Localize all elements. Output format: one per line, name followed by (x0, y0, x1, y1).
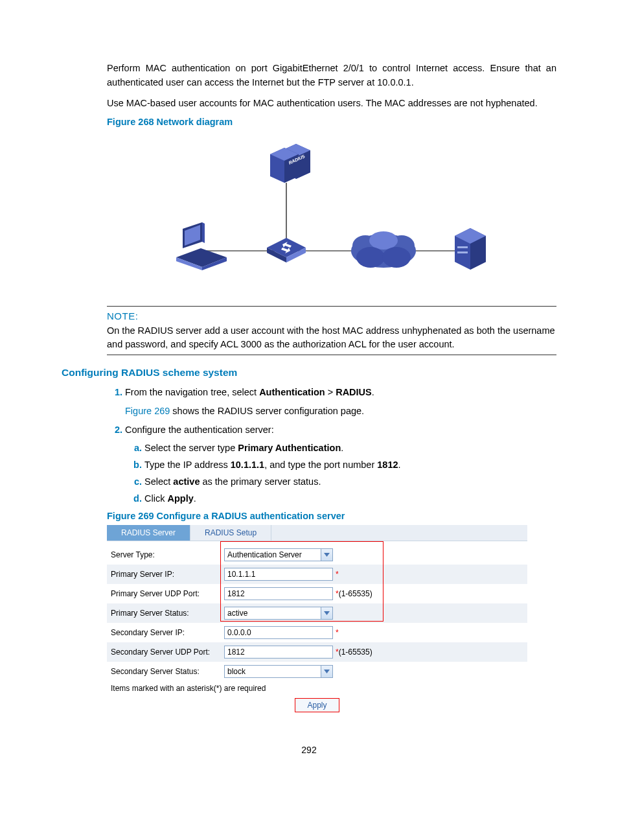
subsection-heading: Configuring RADIUS scheme system (62, 367, 556, 379)
select-server-type[interactable]: Authentication Server (224, 548, 333, 561)
label-primary-ip: Primary Server IP: (111, 570, 224, 579)
chevron-down-icon (321, 549, 332, 561)
label-primary-port: Primary Server UDP Port: (111, 589, 224, 598)
label-secondary-status: Secondary Server Status: (111, 667, 224, 676)
row-secondary-status: Secondary Server Status: block (107, 662, 527, 681)
select-primary-status[interactable]: active (224, 607, 333, 620)
svg-marker-16 (202, 222, 205, 243)
note-text: On the RADIUS server add a user account … (107, 324, 556, 351)
svg-marker-36 (324, 670, 330, 673)
step-2: Configure the authentication server: Sel… (125, 423, 556, 506)
step-1: From the navigation tree, select Authent… (125, 385, 556, 419)
label-secondary-ip: Secondary Server IP: (111, 628, 224, 637)
radius-server-icon: RADIUS (270, 144, 310, 183)
svg-rect-33 (457, 251, 468, 253)
internet-cloud-icon (351, 231, 416, 268)
select-secondary-status[interactable]: block (224, 665, 333, 678)
input-secondary-ip[interactable] (224, 626, 333, 639)
switch-icon: SWITCH (267, 238, 306, 267)
row-secondary-port: Secondary Server UDP Port: *(1-65535) (107, 642, 527, 662)
step-2d: Click Apply. (144, 492, 556, 506)
row-server-type: Server Type: Authentication Server (107, 545, 527, 565)
svg-point-28 (382, 247, 411, 268)
host-pc-icon (176, 222, 227, 270)
label-primary-status: Primary Server Status: (111, 609, 224, 618)
figure-caption: Figure 268 Network diagram (107, 117, 556, 127)
label-secondary-port: Secondary Server UDP Port: (111, 648, 224, 657)
tab-radius-server[interactable]: RADIUS Server (107, 525, 190, 541)
network-diagram: RADIUS (107, 131, 556, 299)
step-2b: Type the IP address 10.1.1.1, and type t… (144, 458, 556, 472)
svg-marker-34 (324, 553, 330, 557)
note-box: NOTE: On the RADIUS server add a user ac… (107, 306, 556, 355)
input-secondary-port[interactable] (224, 646, 333, 659)
paragraph: Use MAC-based user accounts for MAC auth… (107, 97, 556, 111)
svg-point-27 (356, 247, 385, 268)
page-number: 292 (62, 745, 556, 755)
svg-marker-35 (324, 611, 330, 615)
input-primary-port[interactable] (224, 587, 333, 600)
note-heading: NOTE: (107, 310, 556, 321)
paragraph: Perform MAC authentication on port Gigab… (107, 62, 556, 90)
row-secondary-ip: Secondary Server IP: * (107, 623, 527, 642)
svg-rect-32 (457, 246, 468, 248)
apply-button[interactable]: Apply (295, 698, 339, 712)
radius-config-panel: RADIUS Server RADIUS Setup Server Type: … (107, 525, 527, 715)
svg-text:SWITCH: SWITCH (279, 263, 293, 267)
required-footnote: Items marked with an asterisk(*) are req… (107, 681, 527, 693)
tab-radius-setup[interactable]: RADIUS Setup (190, 525, 271, 541)
svg-point-26 (369, 231, 398, 250)
row-primary-port: Primary Server UDP Port: *(1-65535) (107, 584, 527, 603)
figure-link[interactable]: Figure 269 (125, 406, 170, 416)
chevron-down-icon (321, 607, 332, 619)
input-primary-ip[interactable] (224, 568, 333, 581)
row-primary-ip: Primary Server IP: * (107, 565, 527, 584)
chevron-down-icon (321, 666, 332, 677)
label-server-type: Server Type: (111, 550, 224, 559)
ftp-server-icon (455, 228, 486, 270)
figure-caption: Figure 269 Configure a RADIUS authentica… (107, 511, 556, 521)
step-2c: Select active as the primary server stat… (144, 475, 556, 489)
required-asterisk: * (336, 570, 339, 579)
required-asterisk: * (336, 628, 339, 637)
row-primary-status: Primary Server Status: active (107, 603, 527, 623)
step-2a: Select the server type Primary Authentic… (144, 441, 556, 456)
